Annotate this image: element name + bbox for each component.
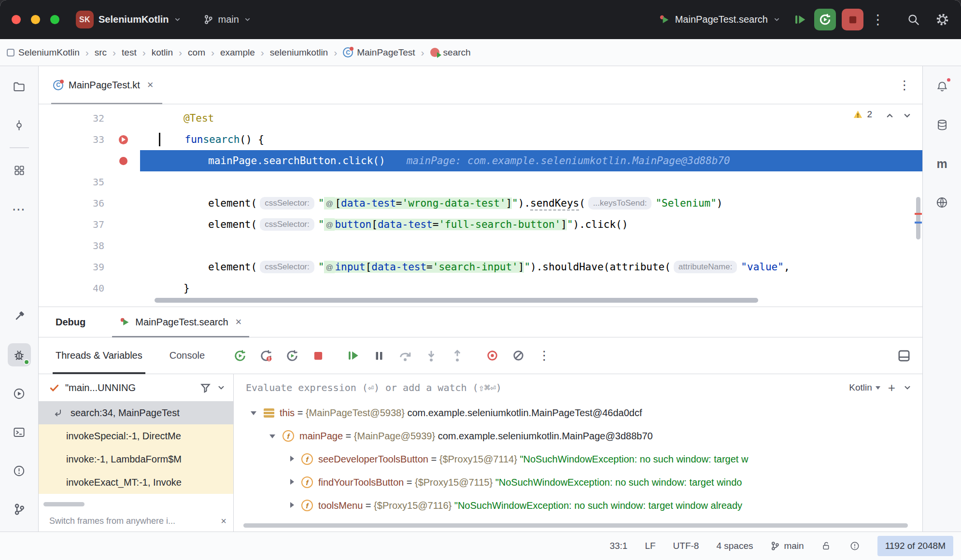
build-tool-button[interactable]	[8, 305, 31, 328]
rerun-debug-button[interactable]	[814, 9, 836, 30]
code-text[interactable]: element(cssSelector: "input[data-test='s…	[140, 256, 922, 278]
chevron-down-icon[interactable]	[903, 383, 912, 392]
resume-icon[interactable]	[346, 349, 360, 363]
zoom-window-button[interactable]	[50, 15, 59, 24]
breakpoint-icon[interactable]	[119, 157, 127, 165]
memory-indicator[interactable]: 1192 of 2048M	[877, 536, 953, 556]
variable-row[interactable]: ftoolsMenu = {$Proxy15@7116} "NoSuchWind…	[234, 494, 922, 517]
version-control-tool-button[interactable]	[8, 498, 31, 521]
error-stripe-mark[interactable]	[915, 213, 922, 215]
rerun-icon[interactable]	[233, 349, 247, 363]
frame-row[interactable]: search:34, MainPageTest	[39, 401, 233, 424]
line-number[interactable]: 32	[39, 112, 106, 124]
frame-row[interactable]: invokeExact_MT:-1, Invoke	[39, 471, 233, 494]
debug-tool-button[interactable]	[8, 343, 31, 366]
variable-row[interactable]: ffindYourToolsButton = {$Proxy15@7115} "…	[234, 471, 922, 494]
inspections-widget[interactable]: 2	[853, 109, 872, 120]
dismiss-hint-icon[interactable]: ×	[221, 516, 226, 527]
problems-tool-button[interactable]	[8, 459, 31, 482]
breadcrumb-item[interactable]: test	[122, 47, 137, 58]
breadcrumb-item[interactable]: kotlin	[152, 47, 173, 58]
line-number[interactable]: 39	[39, 261, 106, 273]
variable-row[interactable]: fmainPage = {MainPage@5939} com.example.…	[234, 424, 922, 448]
step-over-icon[interactable]	[398, 349, 412, 363]
minimize-window-button[interactable]	[31, 15, 40, 24]
close-session-icon[interactable]: ×	[236, 316, 242, 328]
frame-row[interactable]: invoke:-1, LambdaForm$M	[39, 448, 233, 471]
line-number[interactable]: 36	[39, 197, 106, 209]
encoding-widget[interactable]: UTF-8	[673, 541, 699, 551]
tab-threads-variables[interactable]: Threads & Variables	[53, 337, 145, 374]
breadcrumb-item[interactable]: seleniumkotlin	[270, 47, 328, 58]
code-text[interactable]: @Test	[140, 108, 922, 129]
breadcrumb-item[interactable]: SeleniumKotlin	[7, 47, 80, 58]
frames-horizontal-scrollbar[interactable]	[43, 502, 85, 506]
editor-options-icon[interactable]: ⋮	[898, 78, 911, 93]
breadcrumb-item[interactable]: com	[188, 47, 205, 58]
add-watch-icon[interactable]: +	[888, 381, 895, 394]
git-branch-widget[interactable]: main	[770, 541, 804, 551]
frame-row[interactable]: invokeSpecial:-1, DirectMe	[39, 424, 233, 448]
rerun-failed-tests-icon[interactable]	[259, 349, 273, 363]
settings-gear-icon[interactable]	[935, 13, 949, 27]
more-actions-icon[interactable]: ⋮	[869, 11, 887, 28]
step-out-icon[interactable]	[450, 349, 465, 363]
editor-tab[interactable]: C MainPageTest.kt ×	[51, 66, 162, 104]
expand-node-icon[interactable]	[288, 478, 296, 486]
debug-session-tab[interactable]: MainPageTest.search ×	[112, 307, 249, 337]
project-widget[interactable]: SK SeleniumKotlin	[76, 11, 181, 28]
maven-tool-button[interactable]: m	[931, 152, 954, 175]
code-text[interactable]: mainPage.searchButton.click()mainPage: c…	[140, 150, 922, 171]
collapse-node-icon[interactable]	[250, 409, 258, 417]
evaluate-expression-bar[interactable]: Evaluate expression (⏎) or add a watch (…	[234, 374, 922, 401]
writable-lock-icon[interactable]	[821, 541, 832, 551]
layout-settings-icon[interactable]	[897, 349, 911, 363]
indent-widget[interactable]: 4 spaces	[716, 541, 753, 551]
endpoints-tool-button[interactable]	[931, 191, 954, 214]
code-text[interactable]: }	[140, 278, 922, 299]
gutter-icon-slot[interactable]	[106, 157, 140, 165]
more-debugger-options-icon[interactable]: ⋮	[537, 349, 551, 363]
view-breakpoints-icon[interactable]	[485, 349, 499, 363]
editor-vertical-scrollbar[interactable]	[916, 197, 920, 239]
run-configuration-selector[interactable]: MainPageTest.search	[659, 14, 780, 25]
line-number[interactable]: 37	[39, 219, 106, 230]
code-text[interactable]: fun search() {	[140, 129, 922, 150]
collapse-node-icon[interactable]	[269, 432, 277, 440]
code-text[interactable]	[140, 171, 922, 193]
notifications-button[interactable]	[931, 75, 954, 98]
project-tool-button[interactable]	[8, 75, 31, 98]
gutter-icon-slot[interactable]	[106, 135, 140, 144]
structure-tool-button[interactable]	[8, 159, 31, 182]
line-number[interactable]: 38	[39, 240, 106, 252]
line-number[interactable]: 40	[39, 282, 106, 294]
close-tab-icon[interactable]: ×	[147, 79, 154, 91]
services-tool-button[interactable]	[8, 382, 31, 405]
line-separator-widget[interactable]: LF	[645, 541, 655, 551]
more-tool-windows-button[interactable]: ⋯	[8, 197, 31, 221]
search-everywhere-icon[interactable]	[907, 13, 920, 26]
breadcrumb-item[interactable]: search	[430, 47, 471, 58]
resume-program-icon[interactable]	[791, 11, 808, 28]
stop-and-rerun-icon[interactable]	[285, 349, 299, 363]
inspection-status-icon[interactable]	[849, 541, 860, 551]
pause-icon[interactable]	[372, 349, 386, 363]
line-number[interactable]: 33	[39, 134, 106, 145]
variable-row[interactable]: this = {MainPageTest@5938} com.example.s…	[234, 401, 922, 424]
variables-horizontal-scrollbar[interactable]	[243, 523, 908, 528]
commit-tool-button[interactable]	[8, 113, 31, 137]
editor-horizontal-scrollbar[interactable]	[155, 298, 758, 303]
line-number[interactable]: 35	[39, 176, 106, 188]
mute-breakpoints-icon[interactable]	[511, 349, 525, 363]
close-window-button[interactable]	[12, 15, 21, 24]
chevron-down-icon[interactable]	[217, 383, 226, 392]
code-text[interactable]: element(cssSelector: "button[data-test='…	[140, 214, 922, 235]
caret-position-widget[interactable]: 33:1	[609, 541, 627, 551]
previous-problem-icon[interactable]	[885, 111, 894, 120]
run-test-gutter-icon[interactable]	[119, 135, 128, 144]
code-editor[interactable]: 32@Test33fun search() {mainPage.searchBu…	[39, 104, 922, 307]
expand-node-icon[interactable]	[288, 502, 296, 509]
terminal-tool-button[interactable]	[8, 420, 31, 444]
expand-node-icon[interactable]	[288, 455, 296, 463]
stop-debugger-icon[interactable]	[311, 349, 325, 363]
